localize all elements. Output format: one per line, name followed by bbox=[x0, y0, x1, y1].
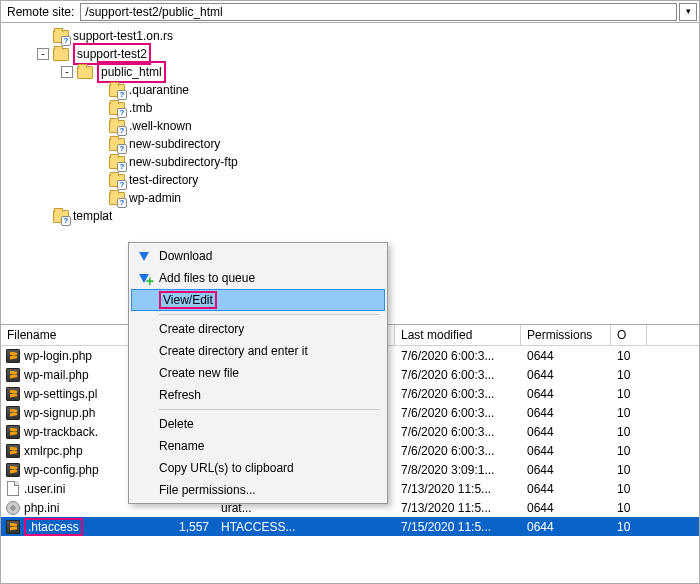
tree-item-label: .well-known bbox=[129, 117, 192, 135]
tree-item[interactable]: ?new-subdirectory-ftp bbox=[1, 153, 699, 171]
gear-icon bbox=[5, 500, 21, 516]
file-owner: 10 bbox=[611, 444, 647, 458]
file-name: wp-login.php bbox=[24, 349, 92, 363]
tree-item-label: templat bbox=[73, 207, 112, 225]
file-modified: 7/6/2020 6:00:3... bbox=[395, 387, 521, 401]
folder-icon: ? bbox=[109, 82, 125, 98]
file-modified: 7/6/2020 6:00:3... bbox=[395, 406, 521, 420]
add-queue-icon: + bbox=[136, 270, 152, 286]
file-owner: 10 bbox=[611, 425, 647, 439]
col-header-last-modified[interactable]: Last modified bbox=[395, 325, 521, 345]
file-type: HTACCESS... bbox=[215, 520, 395, 534]
tree-item-label: new-subdirectory bbox=[129, 135, 220, 153]
menu-separator bbox=[159, 409, 379, 410]
menu-separator bbox=[159, 314, 379, 315]
file-icon bbox=[5, 481, 21, 497]
tree-item-label: .tmb bbox=[129, 99, 152, 117]
sublime-file-icon bbox=[5, 348, 21, 364]
tree-item[interactable]: ?.tmb bbox=[1, 99, 699, 117]
menu-create-new-file-label: Create new file bbox=[159, 366, 239, 380]
folder-icon: ? bbox=[109, 136, 125, 152]
sublime-file-icon bbox=[5, 386, 21, 402]
file-name: wp-settings.pl bbox=[24, 387, 97, 401]
file-permissions: 0644 bbox=[521, 444, 611, 458]
tree-toggle bbox=[93, 120, 105, 132]
sublime-file-icon bbox=[5, 405, 21, 421]
tree-item[interactable]: -public_html bbox=[1, 63, 699, 81]
folder-icon: ? bbox=[109, 118, 125, 134]
menu-view-edit[interactable]: View/Edit bbox=[131, 289, 385, 311]
file-owner: 10 bbox=[611, 482, 647, 496]
file-modified: 7/8/2020 3:09:1... bbox=[395, 463, 521, 477]
remote-site-bar: Remote site: ▾ bbox=[1, 1, 699, 23]
folder-icon: ? bbox=[53, 208, 69, 224]
tree-toggle bbox=[93, 102, 105, 114]
menu-rename-label: Rename bbox=[159, 439, 204, 453]
file-permissions: 0644 bbox=[521, 501, 611, 515]
tree-item-label: test-directory bbox=[129, 171, 198, 189]
file-owner: 10 bbox=[611, 406, 647, 420]
context-menu: Download + Add files to queue View/Edit … bbox=[128, 242, 388, 504]
file-owner: 10 bbox=[611, 501, 647, 515]
tree-item-label: wp-admin bbox=[129, 189, 181, 207]
menu-create-directory-enter-label: Create directory and enter it bbox=[159, 344, 308, 358]
file-modified: 7/6/2020 6:00:3... bbox=[395, 368, 521, 382]
download-icon bbox=[136, 248, 152, 264]
file-permissions: 0644 bbox=[521, 482, 611, 496]
tree-toggle bbox=[93, 138, 105, 150]
folder-icon: ? bbox=[109, 154, 125, 170]
remote-path-input[interactable] bbox=[80, 3, 677, 21]
file-permissions: 0644 bbox=[521, 406, 611, 420]
tree-item[interactable]: ?templat bbox=[1, 207, 699, 225]
file-modified: 7/6/2020 6:00:3... bbox=[395, 425, 521, 439]
remote-site-label: Remote site: bbox=[1, 5, 80, 19]
menu-rename[interactable]: Rename bbox=[131, 435, 385, 457]
menu-add-to-queue-label: Add files to queue bbox=[159, 271, 255, 285]
col-header-owner[interactable]: O bbox=[611, 325, 647, 345]
menu-create-new-file[interactable]: Create new file bbox=[131, 362, 385, 384]
remote-path-dropdown[interactable]: ▾ bbox=[679, 3, 697, 21]
file-owner: 10 bbox=[611, 387, 647, 401]
file-owner: 10 bbox=[611, 368, 647, 382]
file-modified: 7/13/2020 11:5... bbox=[395, 501, 521, 515]
sublime-file-icon bbox=[5, 462, 21, 478]
menu-add-to-queue[interactable]: + Add files to queue bbox=[131, 267, 385, 289]
menu-file-permissions[interactable]: File permissions... bbox=[131, 479, 385, 501]
file-name: wp-signup.ph bbox=[24, 406, 95, 420]
file-name: wp-config.php bbox=[24, 463, 99, 477]
tree-toggle bbox=[37, 210, 49, 222]
tree-toggle[interactable]: - bbox=[37, 48, 49, 60]
tree-item[interactable]: ?wp-admin bbox=[1, 189, 699, 207]
folder-icon: ? bbox=[53, 28, 69, 44]
menu-create-directory-enter[interactable]: Create directory and enter it bbox=[131, 340, 385, 362]
tree-item[interactable]: ?.well-known bbox=[1, 117, 699, 135]
file-modified: 7/15/2020 11:5... bbox=[395, 520, 521, 534]
tree-item-label: new-subdirectory-ftp bbox=[129, 153, 238, 171]
file-modified: 7/6/2020 6:00:3... bbox=[395, 349, 521, 363]
tree-item[interactable]: ?test-directory bbox=[1, 171, 699, 189]
file-permissions: 0644 bbox=[521, 520, 611, 534]
file-owner: 10 bbox=[611, 349, 647, 363]
tree-item[interactable]: ?new-subdirectory bbox=[1, 135, 699, 153]
col-header-permissions[interactable]: Permissions bbox=[521, 325, 611, 345]
file-name: .htaccess bbox=[24, 518, 83, 536]
tree-toggle[interactable]: - bbox=[61, 66, 73, 78]
file-permissions: 0644 bbox=[521, 463, 611, 477]
menu-download[interactable]: Download bbox=[131, 245, 385, 267]
folder-icon: ? bbox=[109, 172, 125, 188]
file-permissions: 0644 bbox=[521, 368, 611, 382]
file-modified: 7/6/2020 6:00:3... bbox=[395, 444, 521, 458]
menu-create-directory[interactable]: Create directory bbox=[131, 318, 385, 340]
file-row[interactable]: .htaccess1,557HTACCESS...7/15/2020 11:5.… bbox=[1, 517, 699, 536]
folder-icon bbox=[53, 46, 69, 62]
menu-copy-url[interactable]: Copy URL(s) to clipboard bbox=[131, 457, 385, 479]
file-permissions: 0644 bbox=[521, 425, 611, 439]
tree-toggle bbox=[93, 192, 105, 204]
tree-item[interactable]: ?.quarantine bbox=[1, 81, 699, 99]
menu-create-directory-label: Create directory bbox=[159, 322, 244, 336]
menu-view-edit-label: View/Edit bbox=[159, 291, 217, 309]
menu-delete[interactable]: Delete bbox=[131, 413, 385, 435]
file-size: 1,557 bbox=[155, 520, 215, 534]
menu-download-label: Download bbox=[159, 249, 212, 263]
menu-refresh[interactable]: Refresh bbox=[131, 384, 385, 406]
